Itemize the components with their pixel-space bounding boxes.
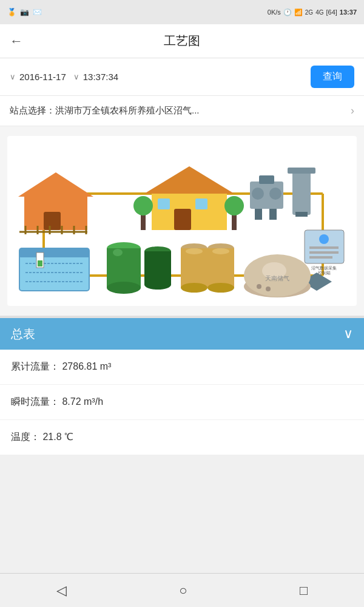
back-button[interactable]: ←: [10, 33, 23, 49]
svg-point-61: [212, 248, 229, 254]
svg-point-50: [113, 249, 123, 256]
trophy-icon: 🏅: [7, 8, 16, 16]
filter-row: ∨ 2016-11-17 ∨ 13:37:34 查询: [0, 58, 364, 96]
data-row-cumulative: 累计流量： 2786.81 m³: [0, 350, 364, 385]
temperature-value: 21.8 ℃: [42, 432, 73, 442]
diagram-area: 沼气数据采集 控制箱: [0, 126, 364, 318]
svg-point-49: [107, 282, 141, 294]
summary-chevron-icon: ∨: [343, 326, 353, 342]
svg-point-20: [133, 196, 153, 215]
current-time: 13:37: [340, 8, 357, 16]
time-picker[interactable]: ∨ 13:37:34: [73, 72, 118, 82]
station-arrow-icon: ›: [351, 104, 354, 117]
svg-point-28: [269, 188, 281, 200]
svg-point-33: [319, 234, 329, 244]
station-name: 洪湖市万全镇农科所养殖小区沼气...: [55, 105, 200, 115]
svg-rect-31: [295, 212, 308, 217]
svg-rect-41: [19, 248, 89, 257]
svg-point-27: [252, 188, 264, 200]
signal-icon: 2G: [305, 9, 313, 16]
query-button[interactable]: 查询: [311, 66, 354, 88]
diagram-canvas: 沼气数据采集 控制箱: [7, 136, 357, 306]
page-title: 工艺图: [164, 33, 200, 49]
clock-icon: 🕐: [283, 8, 292, 16]
cumulative-label: 累计流量：: [11, 361, 59, 371]
app-icon1: 📷: [20, 8, 29, 16]
data-row-temperature: 温度： 21.8 ℃: [0, 420, 364, 455]
svg-rect-35: [309, 251, 339, 254]
summary-title: 总表: [11, 326, 35, 342]
svg-rect-6: [44, 212, 61, 230]
svg-point-22: [224, 196, 244, 215]
cumulative-value: 2786.81 m³: [62, 361, 111, 371]
svg-rect-18: [195, 198, 207, 209]
date-value: 2016-11-17: [19, 72, 66, 82]
svg-point-56: [181, 283, 207, 293]
instant-label: 瞬时流量：: [11, 396, 59, 407]
battery-indicator: [64]: [326, 8, 337, 16]
svg-rect-46: [38, 260, 42, 266]
date-chevron-icon: ∨: [10, 72, 16, 81]
nav-recent-button[interactable]: □: [300, 583, 308, 599]
wifi-icon: 📶: [294, 8, 303, 16]
svg-point-67: [266, 287, 271, 291]
summary-header[interactable]: 总表 ∨: [0, 318, 364, 350]
svg-rect-26: [269, 209, 277, 220]
speed-indicator: 0K/s: [268, 8, 281, 16]
status-left: 🏅 📷 ✉️: [7, 8, 42, 16]
svg-point-60: [207, 283, 234, 293]
svg-point-53: [144, 280, 171, 290]
nav-back-button[interactable]: ◁: [56, 583, 67, 599]
app-icon2: ✉️: [33, 8, 42, 16]
svg-rect-30: [288, 168, 315, 174]
svg-rect-52: [144, 251, 171, 285]
header: ← 工艺图: [0, 24, 364, 58]
data-row-instant: 瞬时流量： 8.72 m³/h: [0, 385, 364, 420]
status-right: 0K/s 🕐 📶 2G 4G [64] 13:37: [268, 8, 357, 16]
svg-marker-14: [144, 166, 234, 194]
station-row[interactable]: 站点选择：洪湖市万全镇农科所养殖小区沼气... ›: [0, 96, 364, 126]
station-text: 站点选择：洪湖市万全镇农科所养殖小区沼气...: [10, 105, 200, 117]
svg-rect-17: [158, 198, 170, 209]
svg-rect-25: [255, 209, 262, 220]
temperature-label: 温度：: [11, 432, 40, 442]
time-value: 13:37:34: [83, 72, 118, 82]
svg-rect-16: [174, 209, 191, 230]
instant-value: 8.72 m³/h: [62, 396, 103, 407]
date-picker[interactable]: ∨ 2016-11-17: [10, 72, 66, 82]
signal-4g-icon: 4G: [315, 9, 323, 16]
svg-point-57: [186, 248, 203, 254]
svg-point-66: [257, 284, 261, 289]
svg-text:天南储气: 天南储气: [265, 275, 289, 282]
bottom-nav: ◁ ○ □: [0, 573, 364, 607]
process-diagram: 沼气数据采集 控制箱: [7, 136, 357, 306]
svg-rect-24: [259, 175, 274, 184]
nav-home-button[interactable]: ○: [179, 583, 187, 599]
status-bar: 🏅 📷 ✉️ 0K/s 🕐 📶 2G 4G [64] 13:37: [0, 0, 364, 24]
station-label: 站点选择：: [10, 105, 55, 115]
svg-text:沼气数据采集: 沼气数据采集: [311, 266, 337, 270]
svg-rect-34: [309, 246, 339, 249]
svg-marker-4: [18, 172, 93, 197]
svg-rect-36: [309, 256, 332, 259]
svg-rect-29: [292, 169, 311, 215]
time-chevron-icon: ∨: [73, 72, 79, 81]
